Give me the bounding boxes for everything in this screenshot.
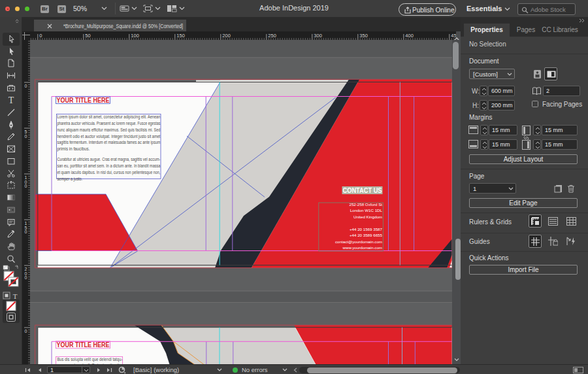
svg-text:252-258 Oxford St: 252-258 Oxford St [349, 202, 382, 207]
svg-text:0: 0 [25, 184, 27, 188]
svg-text:Curabitur at ultricies augue.: Curabitur at ultricies augue. Cras erat … [57, 157, 160, 162]
svg-text:300: 300 [314, 33, 322, 39]
svg-text:www.yourdomain.com: www.yourdomain.com [342, 245, 382, 250]
svg-text:pharetra auctor vehicula. Prae: pharetra auctor vehicula. Praesent ac lo… [57, 121, 160, 126]
svg-text:0: 0 [25, 84, 27, 88]
svg-text:0: 0 [25, 134, 27, 139]
svg-text:hendrerit odio et auctor volut: hendrerit odio et auctor volutpat. Integ… [57, 134, 160, 139]
svg-text:contact@yourdomain.com: contact@yourdomain.com [335, 239, 382, 244]
svg-text:400: 400 [405, 33, 414, 39]
svg-text:0: 0 [39, 33, 42, 39]
svg-text:Lorem ipsum dolor sit amet, co: Lorem ipsum dolor sit amet, consectetur … [57, 114, 160, 120]
svg-text:primis in faucibus.: primis in faucibus. [57, 146, 90, 152]
svg-text:0: 0 [25, 329, 27, 333]
svg-text:T: T [13, 292, 18, 300]
svg-text:YOUR TITLE HERE: YOUR TITLE HERE [57, 341, 110, 348]
svg-text:200: 200 [222, 33, 231, 39]
svg-text:0: 0 [25, 230, 27, 234]
svg-text:sagittis fermentum. Interdum e: sagittis fermentum. Interdum et malesuad… [57, 140, 160, 145]
svg-text:semper a justo.: semper a justo. [57, 177, 82, 182]
svg-text:+44 20 3589 6655: +44 20 3589 6655 [350, 233, 383, 237]
svg-text:CONTACT US: CONTACT US [343, 186, 382, 194]
svg-text:0: 0 [25, 275, 27, 280]
svg-text:+44 20 1569 3587: +44 20 1569 3587 [350, 227, 383, 231]
svg-text:T: T [8, 95, 14, 105]
svg-text:nunc aliquam mauris efficitur: nunc aliquam mauris efficitur maximus. S… [57, 128, 160, 133]
svg-text:London W1C 1DL: London W1C 1DL [350, 208, 383, 212]
svg-text:Bus dis solupta velit que dele: Bus dis solupta velit que delendi tatqu- [57, 357, 122, 362]
svg-text:150: 150 [176, 33, 185, 39]
svg-text:50: 50 [85, 33, 90, 39]
svg-text:san eu, porttitor sit amet sem: san eu, porttitor sit amet sem. In a dic… [57, 163, 160, 169]
svg-text:350: 350 [359, 33, 368, 39]
svg-text:et quam iaculis dapibus. In ni: et quam iaculis dapibus. In nisl dui, cu… [57, 170, 160, 175]
svg-text:250: 250 [268, 33, 276, 39]
svg-text:United Kingdom: United Kingdom [353, 214, 382, 219]
svg-text:YOUR TITLE HERE: YOUR TITLE HERE [57, 96, 110, 104]
svg-text:100: 100 [131, 33, 139, 39]
